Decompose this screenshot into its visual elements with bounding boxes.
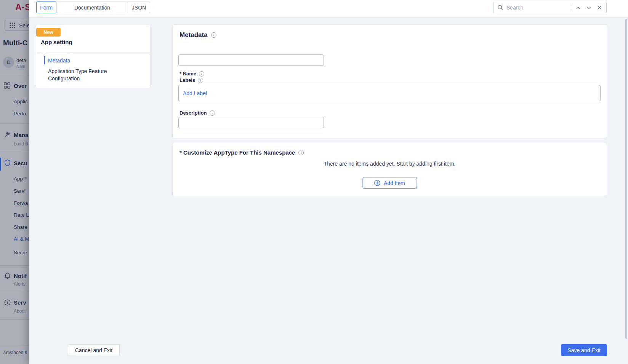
- divider: [36, 53, 150, 53]
- info-icon[interactable]: [298, 150, 304, 155]
- search-close-button[interactable]: [596, 4, 603, 11]
- form-drawer: Form Documentation JSON: [29, 0, 628, 364]
- add-item-label: Add Item: [384, 180, 405, 186]
- search-bar: [493, 2, 607, 13]
- screen: A-S Selec Multi-C D defa Nam Over Applic: [0, 0, 628, 364]
- plus-circle-icon: [374, 180, 381, 186]
- tab-documentation[interactable]: Documentation: [56, 2, 128, 13]
- info-icon[interactable]: [210, 110, 215, 116]
- apptype-card: * Customize AppType For This Namespace T…: [172, 143, 607, 196]
- metadata-section-title: Metadata: [179, 31, 216, 39]
- chevron-up-icon: [576, 5, 581, 10]
- description-input[interactable]: [178, 117, 324, 128]
- chevron-down-icon: [586, 5, 591, 10]
- search-prev-button[interactable]: [574, 4, 582, 11]
- labels-container: Add Label: [178, 85, 601, 101]
- search-next-button[interactable]: [585, 4, 593, 11]
- metadata-card: Metadata * Name Labels Add Label Descrip…: [172, 24, 607, 138]
- step-item-apptype-config[interactable]: Application Type Feature Configuration: [48, 68, 117, 82]
- cancel-and-exit-button[interactable]: Cancel and Exit: [68, 344, 120, 356]
- search-input[interactable]: [506, 5, 568, 11]
- save-and-exit-button[interactable]: Save and Exit: [561, 344, 607, 356]
- close-icon: [597, 5, 602, 10]
- section-notch-icon: [41, 53, 47, 56]
- drawer-scrollbar[interactable]: [625, 19, 627, 339]
- name-input[interactable]: [178, 54, 324, 66]
- search-icon: [497, 5, 503, 11]
- labels-label-text: Labels: [179, 77, 195, 83]
- new-badge: New: [36, 28, 61, 37]
- empty-items-message: There are no items added yet. Start by a…: [173, 161, 607, 167]
- labels-field-label: Labels: [179, 77, 203, 83]
- name-field-label: * Name: [179, 71, 204, 77]
- apptype-title-text: * Customize AppType For This Namespace: [179, 149, 295, 156]
- apptype-section-title: * Customize AppType For This Namespace: [179, 149, 304, 156]
- step-item-metadata[interactable]: Metadata: [48, 57, 70, 64]
- tab-json[interactable]: JSON: [128, 2, 150, 13]
- search-divider: [571, 4, 571, 11]
- tab-form[interactable]: Form: [36, 2, 56, 13]
- description-field-label: Description: [179, 110, 215, 116]
- info-icon[interactable]: [211, 32, 216, 38]
- form-steps-panel: New App setting Metadata Application Typ…: [36, 25, 151, 88]
- active-step-indicator: [44, 56, 45, 64]
- name-label-text: * Name: [179, 71, 196, 77]
- info-icon[interactable]: [198, 78, 203, 83]
- info-icon[interactable]: [199, 71, 204, 77]
- description-label-text: Description: [179, 110, 207, 116]
- metadata-title-text: Metadata: [179, 31, 208, 39]
- form-steps-title: App setting: [41, 39, 72, 45]
- add-item-button[interactable]: Add Item: [362, 177, 417, 189]
- add-label-button[interactable]: Add Label: [183, 90, 207, 96]
